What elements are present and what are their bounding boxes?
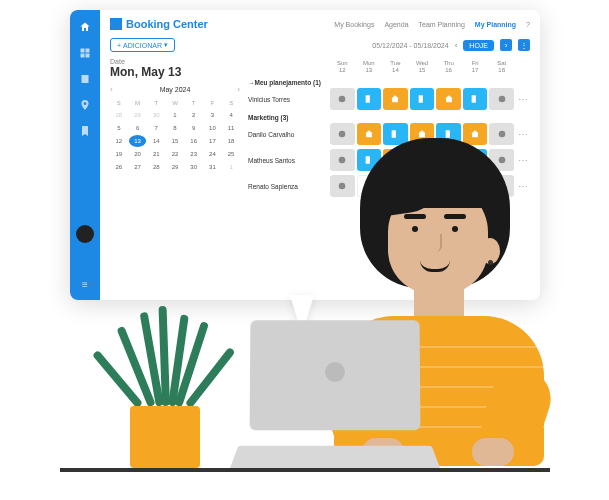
- cal-day[interactable]: 9: [185, 122, 203, 134]
- cal-day[interactable]: 17: [204, 135, 222, 147]
- tab-team-planning[interactable]: Team Planning: [419, 21, 465, 28]
- cal-day[interactable]: 25: [222, 148, 240, 160]
- cal-day[interactable]: 2: [185, 109, 203, 121]
- day-header: Sun12: [330, 58, 355, 75]
- cal-day[interactable]: 31: [204, 161, 222, 173]
- avatar[interactable]: [76, 225, 94, 243]
- toolbar: ADICIONAR ▾ 05/12/2024 - 05/18/2024 ‹ HO…: [110, 38, 530, 52]
- svg-point-0: [339, 96, 346, 103]
- dow: F: [204, 98, 222, 108]
- person-name: Vinicius Torres: [248, 96, 328, 103]
- cal-day[interactable]: 6: [129, 122, 147, 134]
- add-label: ADICIONAR: [123, 42, 162, 49]
- day-header: Tue14: [383, 58, 408, 75]
- desk: [60, 468, 550, 472]
- current-date: Mon, May 13: [110, 65, 240, 79]
- cal-day[interactable]: 24: [204, 148, 222, 160]
- cal-day[interactable]: 13: [129, 135, 147, 147]
- calendar-grid: SMTWTFS282930123456789101112131415161718…: [110, 98, 240, 173]
- cal-day[interactable]: 11: [222, 122, 240, 134]
- calendar-icon[interactable]: [78, 72, 92, 86]
- day-header: Thu16: [436, 58, 461, 75]
- plan-cell[interactable]: [410, 88, 435, 110]
- cal-day[interactable]: 14: [147, 135, 165, 147]
- prev-month[interactable]: ‹: [110, 85, 113, 94]
- laptop-logo: [325, 362, 345, 382]
- cal-day[interactable]: 28: [147, 161, 165, 173]
- cal-day[interactable]: 21: [147, 148, 165, 160]
- cal-day[interactable]: 28: [110, 109, 128, 121]
- prev-week[interactable]: ‹: [455, 41, 458, 50]
- section-title[interactable]: →Meu planejamento (1): [248, 79, 530, 86]
- title-text: Booking Center: [126, 18, 208, 30]
- calendar-panel: Date Mon, May 13 ‹ May 2024 › SMTWTFS282…: [110, 58, 240, 292]
- cal-day[interactable]: 30: [185, 161, 203, 173]
- cal-day[interactable]: 30: [147, 109, 165, 121]
- plan-cell[interactable]: [383, 88, 408, 110]
- next-week[interactable]: ›: [500, 39, 512, 51]
- cal-day[interactable]: 26: [110, 161, 128, 173]
- cal-day[interactable]: 23: [185, 148, 203, 160]
- cal-day[interactable]: 5: [110, 122, 128, 134]
- section-title[interactable]: Marketing (3): [248, 114, 530, 121]
- plan-cell[interactable]: [330, 88, 355, 110]
- cal-day[interactable]: 10: [204, 122, 222, 134]
- cal-day[interactable]: 20: [129, 148, 147, 160]
- cal-day[interactable]: 3: [204, 109, 222, 121]
- location-icon[interactable]: [78, 98, 92, 112]
- grid-icon[interactable]: [78, 46, 92, 60]
- plan-cell[interactable]: [463, 88, 488, 110]
- plan-row: Vinicius Torres⋯: [248, 88, 530, 110]
- row-more-icon[interactable]: ⋯: [516, 94, 530, 105]
- sidebar: ≡: [70, 10, 100, 300]
- sidebar-more-icon[interactable]: ≡: [82, 279, 88, 290]
- date-label: Date: [110, 58, 240, 65]
- cal-day[interactable]: 15: [166, 135, 184, 147]
- cal-day[interactable]: 1: [166, 109, 184, 121]
- cal-day[interactable]: 29: [129, 109, 147, 121]
- dow: T: [147, 98, 165, 108]
- plan-cell[interactable]: [436, 88, 461, 110]
- header: Booking Center My Bookings Agenda Team P…: [110, 18, 530, 30]
- plant-illustration: [128, 296, 202, 406]
- plan-cell[interactable]: [357, 88, 382, 110]
- month-label: May 2024: [160, 86, 191, 93]
- today-button[interactable]: HOJE: [463, 40, 494, 51]
- home-icon[interactable]: [78, 20, 92, 34]
- svg-point-1: [498, 96, 505, 103]
- view-menu[interactable]: ⋮: [518, 39, 530, 51]
- plan-cell[interactable]: [489, 88, 514, 110]
- cal-day[interactable]: 22: [166, 148, 184, 160]
- cal-day[interactable]: 1: [222, 161, 240, 173]
- tab-my-planning[interactable]: My Planning: [475, 21, 516, 28]
- laptop-base: [230, 446, 440, 468]
- page-title: Booking Center: [110, 18, 208, 30]
- add-button[interactable]: ADICIONAR ▾: [110, 38, 175, 52]
- tab-agenda[interactable]: Agenda: [384, 21, 408, 28]
- cal-day[interactable]: 27: [129, 161, 147, 173]
- dow: S: [222, 98, 240, 108]
- dow: S: [110, 98, 128, 108]
- tab-my-bookings[interactable]: My Bookings: [334, 21, 374, 28]
- day-header: Mon13: [357, 58, 382, 75]
- cal-day[interactable]: 18: [222, 135, 240, 147]
- date-range[interactable]: 05/12/2024 - 05/18/2024: [372, 42, 448, 49]
- dow: T: [185, 98, 203, 108]
- cal-day[interactable]: 12: [110, 135, 128, 147]
- cal-day[interactable]: 29: [166, 161, 184, 173]
- booking-icon: [110, 18, 122, 30]
- month-row: ‹ May 2024 ›: [110, 85, 240, 94]
- next-month[interactable]: ›: [237, 85, 240, 94]
- cal-day[interactable]: 4: [222, 109, 240, 121]
- cal-day[interactable]: 16: [185, 135, 203, 147]
- tabs: My Bookings Agenda Team Planning My Plan…: [334, 21, 530, 28]
- bookmark-icon[interactable]: [78, 124, 92, 138]
- planning-header: Sun12Mon13Tue14Wed15Thu16Fri17Sat18: [248, 58, 530, 75]
- day-header: Sat18: [489, 58, 514, 75]
- cal-day[interactable]: 8: [166, 122, 184, 134]
- dow: W: [166, 98, 184, 108]
- dow: M: [129, 98, 147, 108]
- help-icon[interactable]: ?: [526, 21, 530, 28]
- cal-day[interactable]: 19: [110, 148, 128, 160]
- cal-day[interactable]: 7: [147, 122, 165, 134]
